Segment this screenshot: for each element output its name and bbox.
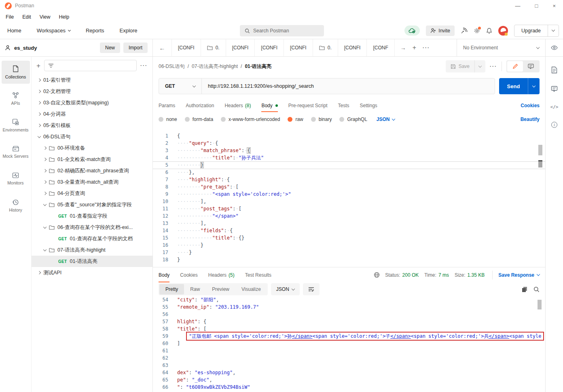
rail-history[interactable]: History xyxy=(2,194,30,217)
response-tab-headers[interactable]: Headers(5) xyxy=(208,267,235,282)
request-options-icon[interactable]: ··· xyxy=(490,64,497,69)
body-mode-raw[interactable]: raw xyxy=(288,117,303,122)
environment-eye-icon[interactable] xyxy=(545,39,563,56)
body-mode-binary[interactable]: binary xyxy=(311,117,332,122)
upgrade-button[interactable]: Upgrade xyxy=(514,25,559,37)
send-button[interactable]: Send xyxy=(499,78,540,94)
new-tab-button[interactable]: + xyxy=(413,44,416,51)
request-tab-pre-request-script[interactable]: Pre-request Script xyxy=(288,99,328,112)
view-preview[interactable]: Preview xyxy=(206,284,235,295)
chevron-right-icon[interactable] xyxy=(38,101,41,104)
open-tab-7[interactable]: [CONFI xyxy=(338,39,367,56)
body-mode-graphql[interactable]: GraphQL xyxy=(339,117,367,122)
request-tab-settings[interactable]: Settings xyxy=(360,99,377,112)
menu-edit[interactable]: Edit xyxy=(22,14,31,20)
copy-response-icon[interactable] xyxy=(522,286,527,292)
sync-status-button[interactable] xyxy=(404,25,420,36)
menu-help[interactable]: Help xyxy=(59,14,70,20)
body-language-selector[interactable]: JSON xyxy=(377,117,395,122)
tree-request[interactable]: GET01-查看指定字段 xyxy=(32,210,152,222)
close-button[interactable]: × xyxy=(552,3,556,9)
environment-selector[interactable]: No Environment xyxy=(457,39,545,56)
beautify-link[interactable]: Beautify xyxy=(521,117,540,122)
chevron-right-icon[interactable] xyxy=(38,112,41,116)
request-tab-tests[interactable]: Tests xyxy=(338,99,349,112)
nav-explore[interactable]: Explore xyxy=(120,28,138,34)
method-selector[interactable]: GET xyxy=(159,78,202,94)
workspace-name[interactable]: es_study xyxy=(14,45,37,51)
tree-folder[interactable]: 07-语法高亮-highlight xyxy=(32,244,152,256)
tree-folder[interactable]: 00-环境准备 xyxy=(32,142,152,154)
tree-request[interactable]: GET01-查询存在某个字段的文档 xyxy=(32,233,152,244)
new-button[interactable]: New xyxy=(100,42,120,53)
chevron-right-icon[interactable] xyxy=(43,158,47,161)
documentation-icon[interactable] xyxy=(551,66,557,74)
minimize-button[interactable]: — xyxy=(515,3,521,9)
tree-collection[interactable]: 04-分词器 xyxy=(32,108,152,120)
response-tab-test-results[interactable]: Test Results xyxy=(245,267,271,282)
open-tab-1[interactable]: [CONFI xyxy=(171,39,201,56)
save-response-button[interactable]: Save Response xyxy=(492,271,540,280)
view-visualize[interactable]: Visualize xyxy=(235,284,267,295)
chevron-right-icon[interactable] xyxy=(38,271,41,274)
chevron-down-icon[interactable] xyxy=(43,202,47,206)
response-language-selector[interactable]: JSON xyxy=(271,283,300,295)
request-tab-authorization[interactable]: Authorization xyxy=(186,99,214,112)
search-response-icon[interactable] xyxy=(533,286,540,292)
cookies-link[interactable]: Cookies xyxy=(521,99,540,112)
capture-requests-icon[interactable] xyxy=(461,28,468,34)
menu-view[interactable]: View xyxy=(40,14,51,20)
response-tab-body[interactable]: Body xyxy=(159,267,169,282)
chevron-down-icon[interactable] xyxy=(43,225,47,228)
response-tab-cookies[interactable]: Cookies xyxy=(180,267,197,282)
tree-folder[interactable]: 05-查看"_source"对象的指定字段 xyxy=(32,199,152,210)
chevron-right-icon[interactable] xyxy=(38,124,41,127)
maximize-button[interactable]: □ xyxy=(535,3,538,9)
comments-panel-icon[interactable] xyxy=(551,86,558,92)
tree-collection[interactable]: 03-自定义数据类型(mapping) xyxy=(32,97,152,108)
nav-reports[interactable]: Reports xyxy=(86,28,104,34)
chevron-right-icon[interactable] xyxy=(43,180,47,184)
rail-monitors[interactable]: Monitors xyxy=(2,167,30,191)
tree-request[interactable]: GET01-语法高亮 xyxy=(32,256,152,267)
rail-environments[interactable]: Environments xyxy=(2,114,30,137)
rail-collections[interactable]: Collections xyxy=(2,61,30,84)
add-collection-icon[interactable]: + xyxy=(36,62,40,69)
tree-folder[interactable]: 01-全文检索-match查询 xyxy=(32,154,152,165)
edit-mode-button[interactable] xyxy=(507,61,523,72)
globe-icon[interactable] xyxy=(374,272,380,278)
tree-collection[interactable]: 02-文档管理 xyxy=(32,86,152,97)
rail-mock-servers[interactable]: Mock Servers xyxy=(2,141,30,164)
tree-collection[interactable]: 05-索引模板 xyxy=(32,120,152,131)
filter-input[interactable] xyxy=(44,60,137,71)
request-editor-scrollbar[interactable] xyxy=(538,145,542,155)
breadcrumb-request[interactable]: 01-语法高亮 xyxy=(245,63,271,70)
upgrade-chevron[interactable] xyxy=(548,25,559,36)
chevron-right-icon[interactable] xyxy=(43,146,47,150)
chevron-right-icon[interactable] xyxy=(43,192,47,195)
nav-workspaces[interactable]: Workspaces xyxy=(37,28,70,34)
response-body-viewer[interactable]: 54"city": "邵阳",55"remote_ip": "203.119.1… xyxy=(153,298,545,392)
nav-home[interactable]: Home xyxy=(7,28,21,34)
request-tab-params[interactable]: Params xyxy=(159,99,175,112)
open-tab-2[interactable]: 0. xyxy=(201,39,226,56)
code-snippet-icon[interactable]: </> xyxy=(550,104,559,110)
tree-collection[interactable]: 01-索引管理 xyxy=(32,74,152,86)
chevron-right-icon[interactable] xyxy=(38,90,41,93)
save-button[interactable]: Save xyxy=(446,60,485,72)
comments-button[interactable] xyxy=(523,61,539,72)
import-button[interactable]: Import xyxy=(123,42,148,53)
body-mode-none[interactable]: none xyxy=(159,117,177,122)
chevron-down-icon[interactable] xyxy=(43,248,47,251)
chevron-down-icon[interactable] xyxy=(38,134,41,138)
open-tab-6[interactable]: 0. xyxy=(313,39,338,56)
menu-file[interactable]: File xyxy=(6,14,14,20)
save-chevron[interactable] xyxy=(474,60,485,72)
tab-forward-arrow[interactable]: → xyxy=(400,44,406,51)
body-mode-x-www-form-urlencoded[interactable]: x-www-form-urlencoded xyxy=(221,117,280,122)
collection-options-icon[interactable]: ··· xyxy=(140,63,148,68)
rail-apis[interactable]: APIs xyxy=(2,87,30,110)
send-chevron[interactable] xyxy=(528,78,540,94)
info-icon[interactable]: i xyxy=(551,122,557,128)
view-pretty[interactable]: Pretty xyxy=(159,284,184,295)
